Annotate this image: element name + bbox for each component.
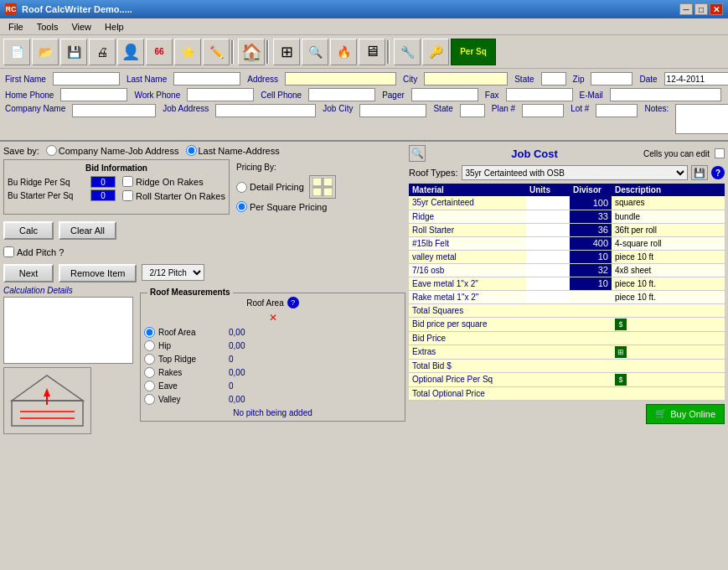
dollar2-icon[interactable]: $ xyxy=(615,374,627,386)
print-button[interactable]: 🖨 xyxy=(89,39,116,65)
notes-textarea[interactable] xyxy=(675,104,728,134)
units-input[interactable] xyxy=(529,225,566,236)
key-button[interactable]: 🔑 xyxy=(422,39,449,65)
calc-button[interactable]: Calc xyxy=(3,221,54,240)
menu-view[interactable]: View xyxy=(65,20,98,34)
units-input[interactable] xyxy=(529,251,566,262)
next-button[interactable]: Next xyxy=(3,264,54,282)
dollar-icon[interactable]: $ xyxy=(615,319,627,330)
menu-file[interactable]: File xyxy=(2,20,30,34)
edit-button[interactable]: ✏️ xyxy=(203,39,230,65)
detail-pricing-radio[interactable] xyxy=(236,182,247,193)
units-input[interactable] xyxy=(529,265,566,276)
photo-button[interactable]: 👤 xyxy=(117,39,144,65)
eave-radio[interactable] xyxy=(144,381,155,391)
maximize-button[interactable]: □ xyxy=(694,3,708,15)
hip-radio[interactable] xyxy=(144,340,155,351)
table-cell-units[interactable] xyxy=(526,236,570,250)
monitor-button[interactable]: 🖥 xyxy=(359,39,385,65)
detail-pricing-icon[interactable] xyxy=(309,175,336,199)
bu-ridge-input[interactable] xyxy=(90,176,116,188)
table-cell-units[interactable] xyxy=(526,277,570,290)
address-label: Address xyxy=(247,75,278,84)
top-ridge-radio[interactable] xyxy=(144,354,155,365)
table-cell-units[interactable] xyxy=(526,250,570,263)
date-input[interactable] xyxy=(664,72,728,86)
grid-button[interactable]: ⊞ xyxy=(273,39,300,65)
save-by-company-option[interactable]: Company Name-Job Address xyxy=(46,145,179,156)
roll-starter-checkbox-label[interactable]: Roll Starter On Rakes xyxy=(122,190,225,201)
add-pitch-checkbox-label[interactable]: Add Pitch ? xyxy=(3,246,64,257)
roof-type-help-icon[interactable]: ? xyxy=(711,166,725,179)
open-button[interactable]: 📂 xyxy=(32,39,59,65)
remove-item-button[interactable]: Remove Item xyxy=(59,264,137,282)
cell-phone-input[interactable] xyxy=(308,88,375,101)
calc-details-textarea[interactable] xyxy=(3,297,133,364)
pitch-select[interactable]: 2/12 Pitch 3/12 Pitch 4/12 Pitch 6/12 Pi… xyxy=(142,264,204,281)
ridge-rakes-checkbox[interactable] xyxy=(122,176,133,187)
email-input[interactable] xyxy=(610,88,721,101)
address-input[interactable] xyxy=(285,72,396,86)
roof-type-select[interactable]: 35yr Certainteed with OSB xyxy=(462,165,689,180)
star-button[interactable]: ⭐ xyxy=(174,39,201,65)
table-cell-units[interactable] xyxy=(526,263,570,277)
save-button[interactable]: 💾 xyxy=(60,39,87,65)
new-button[interactable]: 📄 xyxy=(3,39,30,65)
buy-online-button[interactable]: 🛒 Buy Online xyxy=(646,404,725,424)
table-cell-units[interactable] xyxy=(526,223,570,236)
table-cell-units[interactable] xyxy=(526,196,570,210)
close-button[interactable]: ✕ xyxy=(710,3,723,15)
route66-button[interactable]: 66 xyxy=(146,39,173,65)
magnify-button[interactable]: 🔍 xyxy=(302,39,328,65)
plan-input[interactable] xyxy=(522,104,564,117)
units-input[interactable] xyxy=(529,278,566,289)
job-city-input[interactable] xyxy=(359,104,426,117)
fax-input[interactable] xyxy=(506,88,573,101)
pager-input[interactable] xyxy=(411,88,478,101)
add-pitch-checkbox[interactable] xyxy=(3,246,14,257)
state-input[interactable] xyxy=(541,72,566,86)
save-by-lastname-radio[interactable] xyxy=(186,145,197,156)
per-square-pricing-option[interactable]: Per Square Pricing xyxy=(236,201,327,212)
wrench-button[interactable]: 🔧 xyxy=(394,39,421,65)
last-name-input[interactable] xyxy=(173,72,240,86)
work-phone-input[interactable] xyxy=(187,88,254,101)
save-by-lastname-option[interactable]: Last Name-Address xyxy=(186,145,280,156)
units-input[interactable] xyxy=(529,197,566,208)
per-sq-button[interactable]: Per Sq xyxy=(451,39,496,65)
save-by-company-radio[interactable] xyxy=(46,145,57,156)
minimize-button[interactable]: ─ xyxy=(679,3,693,15)
house-button[interactable]: 🏠 xyxy=(238,39,265,65)
roll-starter-checkbox[interactable] xyxy=(122,190,133,201)
zip-input[interactable] xyxy=(591,72,632,86)
cells-edit-checkbox[interactable] xyxy=(715,148,725,158)
units-input[interactable] xyxy=(529,238,566,249)
fire-button[interactable]: 🔥 xyxy=(330,39,357,65)
table-cell-units[interactable] xyxy=(526,210,570,223)
rakes-radio[interactable] xyxy=(144,367,155,378)
units-input[interactable] xyxy=(529,211,566,222)
first-name-input[interactable] xyxy=(53,72,120,86)
units-input[interactable] xyxy=(529,292,566,303)
home-phone-input[interactable] xyxy=(60,88,127,101)
state2-input[interactable] xyxy=(460,104,485,117)
company-input[interactable] xyxy=(72,104,156,117)
roof-area-help-icon[interactable]: ? xyxy=(287,297,299,308)
city-input[interactable] xyxy=(424,72,508,86)
x-clear-button[interactable]: ✕ xyxy=(267,312,279,324)
bu-starter-input[interactable] xyxy=(90,189,116,201)
lot-input[interactable] xyxy=(596,104,638,117)
detail-pricing-option[interactable]: Detail Pricing xyxy=(236,182,304,193)
menu-help[interactable]: Help xyxy=(98,20,131,34)
table-cell-units[interactable] xyxy=(526,290,570,303)
calc-icon[interactable]: ⊞ xyxy=(615,346,627,358)
job-cost-search-button[interactable]: 🔍 xyxy=(409,145,426,162)
valley-radio[interactable] xyxy=(144,394,155,405)
ridge-rakes-checkbox-label[interactable]: Ridge On Rakes xyxy=(122,176,225,187)
job-address-input[interactable] xyxy=(215,104,316,117)
roof-area-radio[interactable] xyxy=(144,327,155,338)
roof-type-save-button[interactable]: 💾 xyxy=(691,165,708,180)
clear-all-button[interactable]: Clear All xyxy=(59,221,116,240)
per-square-pricing-radio[interactable] xyxy=(236,201,247,212)
menu-tools[interactable]: Tools xyxy=(30,20,65,34)
